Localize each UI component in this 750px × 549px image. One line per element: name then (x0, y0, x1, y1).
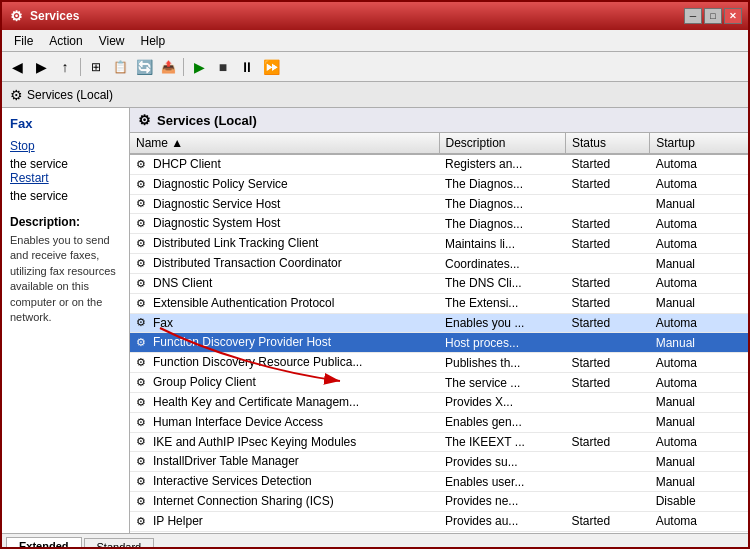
service-desc-cell: Maintains li... (439, 234, 565, 254)
service-startup-cell: Manual (650, 412, 748, 432)
service-name-cell: ⚙Diagnostic System Host (130, 214, 439, 234)
service-name-cell: ⚙Diagnostic Policy Service (130, 174, 439, 194)
services-table-container[interactable]: Name ▲ Description Status Startup ⚙DHCP … (130, 133, 748, 533)
refresh-button[interactable]: 🔄 (133, 56, 155, 78)
pause-button[interactable]: ⏸ (236, 56, 258, 78)
service-icon: ⚙ (136, 356, 150, 370)
close-button[interactable]: ✕ (724, 8, 742, 24)
service-desc-cell: Provides ne... (439, 492, 565, 512)
resume-button[interactable]: ⏩ (260, 56, 282, 78)
service-startup-cell: Manual (650, 194, 748, 214)
bottom-tabs: Extended Standard (2, 533, 748, 549)
service-icon: ⚙ (136, 178, 150, 192)
table-row[interactable]: ⚙Interactive Services DetectionEnables u… (130, 472, 748, 492)
table-row[interactable]: ⚙Diagnostic Policy ServiceThe Diagnos...… (130, 174, 748, 194)
service-desc-cell: Enables you ... (439, 313, 565, 333)
up-button[interactable]: ↑ (54, 56, 76, 78)
service-status-cell: Started (565, 313, 649, 333)
forward-button[interactable]: ▶ (30, 56, 52, 78)
service-desc-cell: The Extensi... (439, 293, 565, 313)
service-name-cell: ⚙DHCP Client (130, 154, 439, 174)
table-row[interactable]: ⚙InstallDriver Table ManagerProvides su.… (130, 452, 748, 472)
service-desc-cell: Provides su... (439, 452, 565, 472)
service-startup-cell: Automa (650, 373, 748, 393)
service-name-cell: ⚙Extensible Authentication Protocol (130, 293, 439, 313)
stop-service-link[interactable]: Stop (10, 139, 121, 153)
service-icon: ⚙ (136, 376, 150, 390)
service-status-cell: Started (565, 373, 649, 393)
service-status-cell (565, 254, 649, 274)
service-name-cell: ⚙IP Helper (130, 511, 439, 531)
stop-button[interactable]: ■ (212, 56, 234, 78)
service-desc-cell: Provides X... (439, 392, 565, 412)
service-desc-cell: Enables user... (439, 472, 565, 492)
menu-help[interactable]: Help (133, 30, 174, 51)
menu-file[interactable]: File (6, 30, 41, 51)
service-desc-cell: Enables gen... (439, 412, 565, 432)
column-description[interactable]: Description (439, 133, 565, 154)
column-startup[interactable]: Startup (650, 133, 748, 154)
nav-pane-label: Services (Local) (27, 88, 113, 102)
service-status-cell (565, 392, 649, 412)
menu-view[interactable]: View (91, 30, 133, 51)
table-row[interactable]: ⚙Internet Connection Sharing (ICS)Provid… (130, 492, 748, 512)
service-name-cell: ⚙Health Key and Certificate Managem... (130, 392, 439, 412)
service-icon: ⚙ (136, 435, 150, 449)
service-status-cell: Started (565, 273, 649, 293)
main-container: Fax Stop the service Restart the service… (2, 108, 748, 533)
service-icon: ⚙ (136, 515, 150, 529)
service-desc-cell: Provides au... (439, 511, 565, 531)
service-startup-cell: Automa (650, 353, 748, 373)
title-bar: ⚙ Services ─ □ ✕ (2, 2, 748, 30)
restart-service-link[interactable]: Restart (10, 171, 121, 185)
table-header-row: Name ▲ Description Status Startup (130, 133, 748, 154)
column-status[interactable]: Status (565, 133, 649, 154)
table-row[interactable]: ⚙Diagnostic System HostThe Diagnos...Sta… (130, 214, 748, 234)
service-startup-cell: Automa (650, 531, 748, 533)
menu-action[interactable]: Action (41, 30, 90, 51)
services-table: Name ▲ Description Status Startup ⚙DHCP … (130, 133, 748, 533)
service-status-cell: Started (565, 511, 649, 531)
service-icon: ⚙ (136, 455, 150, 469)
table-row[interactable]: ⚙DNS ClientThe DNS Cli...StartedAutoma (130, 273, 748, 293)
service-icon: ⚙ (136, 257, 150, 271)
service-name-cell: ⚙Function Discovery Provider Host (130, 333, 439, 353)
table-row[interactable]: ⚙Function Discovery Resource Publica...P… (130, 353, 748, 373)
table-row[interactable]: ⚙Diagnostic Service HostThe Diagnos...Ma… (130, 194, 748, 214)
properties-button[interactable]: 📋 (109, 56, 131, 78)
tab-extended[interactable]: Extended (6, 537, 82, 549)
service-startup-cell: Manual (650, 472, 748, 492)
restore-button[interactable]: □ (704, 8, 722, 24)
service-icon: ⚙ (136, 316, 150, 330)
table-row[interactable]: ⚙DHCP ClientRegisters an...StartedAutoma (130, 154, 748, 174)
minimize-button[interactable]: ─ (684, 8, 702, 24)
table-row[interactable]: ⚙IP HelperProvides au...StartedAutoma (130, 511, 748, 531)
table-row[interactable]: ⚙Distributed Transaction CoordinatorCoor… (130, 254, 748, 274)
service-desc-cell: The service ... (439, 373, 565, 393)
table-row[interactable]: ⚙Distributed Link Tracking ClientMaintai… (130, 234, 748, 254)
tab-standard[interactable]: Standard (84, 538, 155, 549)
back-button[interactable]: ◀ (6, 56, 28, 78)
export-button[interactable]: 📤 (157, 56, 179, 78)
services-content: Name ▲ Description Status Startup ⚙DHCP … (130, 133, 748, 533)
service-status-cell: Started (565, 174, 649, 194)
service-status-cell: Started (565, 214, 649, 234)
service-icon: ⚙ (136, 277, 150, 291)
toolbar-sep-2 (183, 58, 184, 76)
table-row[interactable]: ⚙Health Key and Certificate Managem...Pr… (130, 392, 748, 412)
column-name[interactable]: Name ▲ (130, 133, 439, 154)
table-row[interactable]: ⚙Extensible Authentication ProtocolThe E… (130, 293, 748, 313)
table-row[interactable]: ⚙IKE and AuthIP IPsec Keying ModulesThe … (130, 432, 748, 452)
table-row[interactable]: ⚙FaxEnables you ...StartedAutoma (130, 313, 748, 333)
table-row[interactable]: ⚙Human Interface Device AccessEnables ge… (130, 412, 748, 432)
view-button[interactable]: ⊞ (85, 56, 107, 78)
service-desc-cell: The Diagnos... (439, 174, 565, 194)
table-row[interactable]: ⚙Function Discovery Provider HostHost pr… (130, 333, 748, 353)
play-button[interactable]: ▶ (188, 56, 210, 78)
table-row[interactable]: ⚙IPsec Policy AgentInternet Pr...Started… (130, 531, 748, 533)
table-row[interactable]: ⚙Group Policy ClientThe service ...Start… (130, 373, 748, 393)
service-status-cell (565, 412, 649, 432)
service-startup-cell: Automa (650, 174, 748, 194)
nav-pane: ⚙ Services (Local) (2, 82, 748, 108)
service-icon: ⚙ (136, 416, 150, 430)
